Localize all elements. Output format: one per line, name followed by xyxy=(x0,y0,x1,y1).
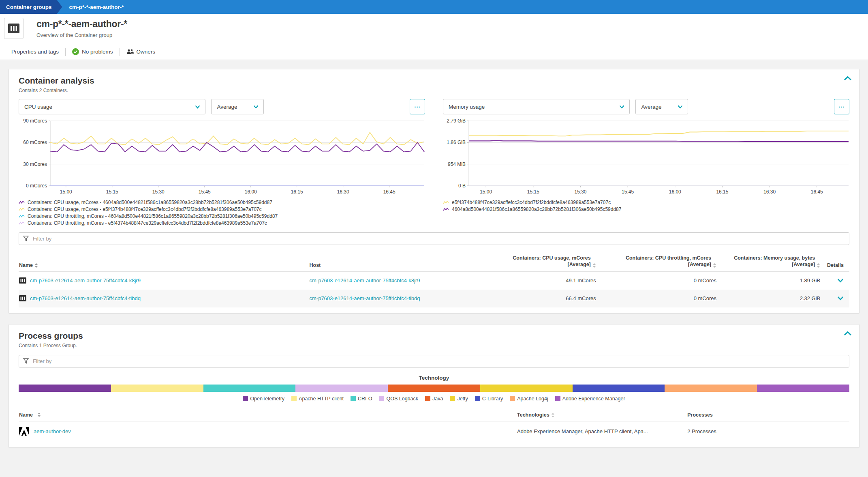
memory-usage-value: 1.89 GiB xyxy=(716,277,820,284)
memory-chart-legend: e5f4374b488f47ce329acffefcc3c4dbd7f2f2bd… xyxy=(443,200,849,212)
properties-and-tags-button[interactable]: Properties and tags xyxy=(11,49,59,55)
technology-legend-item[interactable]: CRI-O xyxy=(351,396,372,402)
technology-swatch xyxy=(510,396,515,401)
chevron-down-icon xyxy=(195,105,200,109)
process-group-link[interactable]: aem-author-dev xyxy=(34,428,71,434)
sort-icon xyxy=(713,263,716,268)
technology-legend-item[interactable]: Java xyxy=(425,396,443,402)
svg-text:16:15: 16:15 xyxy=(291,189,303,195)
breadcrumb-current: cm-p*-*-aem-author-* xyxy=(62,0,124,14)
technology-name: Apache Log4j xyxy=(517,396,548,402)
svg-text:15:30: 15:30 xyxy=(152,189,165,195)
page-content: Container analysis Contains 2 Containers… xyxy=(0,60,868,448)
technology-label: Technology xyxy=(19,375,849,381)
technology-bar-segment[interactable] xyxy=(19,385,111,392)
series-label: e5f4374b488f47ce329acffefcc3c4dbd7f2f2bd… xyxy=(452,200,611,205)
processes-cell: 2 Processes xyxy=(687,428,849,434)
series-line-icon xyxy=(443,207,449,212)
process-groups-filter-input[interactable] xyxy=(19,355,849,367)
technology-legend-item[interactable]: Apache HTTP client xyxy=(291,396,344,402)
technology-bar-segment[interactable] xyxy=(388,385,480,392)
chart-legend-item[interactable]: Containers: CPU usage, mCores - 4604a8d5… xyxy=(19,200,425,205)
series-label: Containers: CPU throttling, mCores - e5f… xyxy=(28,220,267,226)
chart-legend-item[interactable]: Containers: CPU throttling, mCores - e5f… xyxy=(19,220,425,226)
containers-filter-input[interactable] xyxy=(19,232,849,245)
technology-bar-segment[interactable] xyxy=(573,385,665,392)
cpu-usage-chart[interactable]: 90 mCores60 mCores30 mCores0 mCores15:00… xyxy=(19,118,425,196)
containers-table-header: Name Host Containers: CPU usage, mCores … xyxy=(19,249,849,272)
chart-legend-item[interactable]: e5f4374b488f47ce329acffefcc3c4dbd7f2f2bd… xyxy=(443,200,849,205)
page-title: cm-p*-*-aem-author-* xyxy=(36,19,127,30)
breadcrumb-root[interactable]: Container groups xyxy=(0,0,62,14)
technology-bar-segment[interactable] xyxy=(203,385,296,392)
filter-funnel-icon xyxy=(23,236,29,241)
svg-text:16:15: 16:15 xyxy=(716,189,728,195)
process-group-row: aem-author-devAdobe Experience Manager, … xyxy=(19,421,849,442)
series-line-icon xyxy=(19,200,25,205)
technology-swatch xyxy=(351,396,356,401)
technology-bar-segment[interactable] xyxy=(111,385,203,392)
column-header-name[interactable]: Name xyxy=(19,262,310,268)
chart-legend-item[interactable]: Containers: CPU usage, mCores - e5f4374b… xyxy=(19,206,425,212)
technology-legend-item[interactable]: Jetty xyxy=(450,396,468,402)
containers-table: Name Host Containers: CPU usage, mCores … xyxy=(19,249,849,307)
column-header-technologies[interactable]: Technologies xyxy=(517,412,687,418)
technology-bar-segment[interactable] xyxy=(757,385,849,392)
svg-text:0 mCores: 0 mCores xyxy=(26,183,47,189)
technology-legend-item[interactable]: C-Library xyxy=(475,396,503,402)
container-link[interactable]: cm-p7603-e12614-aem-author-75ff4cbfc4-k8… xyxy=(30,277,141,284)
containers-filter xyxy=(19,232,849,245)
svg-text:0 B: 0 B xyxy=(458,183,466,189)
cpu-chart-more-button[interactable]: ... xyxy=(410,99,425,114)
svg-text:16:30: 16:30 xyxy=(763,189,776,195)
technologies-cell: Adobe Experience Manager, Apache HTTP cl… xyxy=(517,428,687,434)
column-header-cpu-usage[interactable]: Containers: CPU usage, mCores [Average] xyxy=(505,255,596,268)
svg-text:1.86 GiB: 1.86 GiB xyxy=(447,140,466,145)
svg-text:15:00: 15:00 xyxy=(480,189,492,195)
memory-chart-more-button[interactable]: ... xyxy=(834,99,849,114)
technology-legend-item[interactable]: QOS Logback xyxy=(379,396,418,402)
column-header-memory-usage[interactable]: Containers: Memory usage, bytes [Average… xyxy=(716,255,820,268)
svg-text:16:00: 16:00 xyxy=(245,189,257,195)
memory-usage-chart[interactable]: 2.79 GiB1.86 GiB954 MiB0 B15:0015:1515:3… xyxy=(443,118,849,196)
container-icon xyxy=(19,295,26,301)
technology-bar-segment[interactable] xyxy=(480,385,573,392)
host-link[interactable]: cm-p7603-e12614-aem-author-75ff4cbfc4-tl… xyxy=(310,295,420,301)
section-title-container-analysis: Container analysis xyxy=(19,76,849,86)
breadcrumb: Container groups cm-p*-*-aem-author-* xyxy=(0,0,868,14)
column-header-cpu-throttling[interactable]: Containers: CPU throttling, mCores [Aver… xyxy=(596,255,716,268)
technology-legend-item[interactable]: Adobe Experience Manager xyxy=(555,396,625,402)
cpu-metric-select[interactable]: CPU usage xyxy=(19,99,205,114)
owners-button[interactable]: Owners xyxy=(126,49,156,55)
memory-aggregation-select[interactable]: Average xyxy=(635,99,688,114)
expand-details-button[interactable] xyxy=(837,296,844,301)
expand-details-button[interactable] xyxy=(837,278,844,283)
cpu-aggregation-select[interactable]: Average xyxy=(211,99,264,114)
series-line-icon xyxy=(443,200,449,205)
host-link[interactable]: cm-p7603-e12614-aem-author-75ff4cbfc4-k8… xyxy=(310,277,420,284)
technology-legend-item[interactable]: Apache Log4j xyxy=(510,396,548,402)
technology-name: QOS Logback xyxy=(386,396,418,402)
column-header-name[interactable]: Name xyxy=(19,412,517,418)
technology-bar-segment[interactable] xyxy=(665,385,757,392)
page-header: cm-p*-*-aem-author-* Overview of the Con… xyxy=(0,14,868,44)
no-problems-button[interactable]: No problems xyxy=(72,48,113,55)
process-group-name-cell: aem-author-dev xyxy=(19,427,517,436)
svg-text:954 MiB: 954 MiB xyxy=(448,161,466,167)
technology-legend-item[interactable]: OpenTelemetry xyxy=(243,396,284,402)
chart-legend-item[interactable]: Containers: CPU throttling, mCores - 460… xyxy=(19,213,425,219)
container-name-cell: cm-p7603-e12614-aem-author-75ff4cbfc4-tl… xyxy=(19,295,310,301)
process-groups-table-header: Name Technologies Processes xyxy=(19,407,849,421)
collapse-container-analysis-button[interactable] xyxy=(844,76,852,81)
host-cell: cm-p7603-e12614-aem-author-75ff4cbfc4-tl… xyxy=(310,295,505,301)
adobe-experience-manager-icon xyxy=(19,427,29,436)
container-name-cell: cm-p7603-e12614-aem-author-75ff4cbfc4-k8… xyxy=(19,277,310,284)
svg-text:15:30: 15:30 xyxy=(574,189,586,195)
memory-metric-select[interactable]: Memory usage xyxy=(443,99,630,114)
chart-legend-item[interactable]: 4604a8d500e44821f586c1a86559820a3c28bb72… xyxy=(443,206,849,212)
series-line-icon xyxy=(19,207,25,212)
collapse-process-groups-button[interactable] xyxy=(844,331,852,336)
technology-swatch xyxy=(450,396,455,401)
container-link[interactable]: cm-p7603-e12614-aem-author-75ff4cbfc4-tl… xyxy=(30,295,141,301)
technology-bar-segment[interactable] xyxy=(295,385,388,392)
